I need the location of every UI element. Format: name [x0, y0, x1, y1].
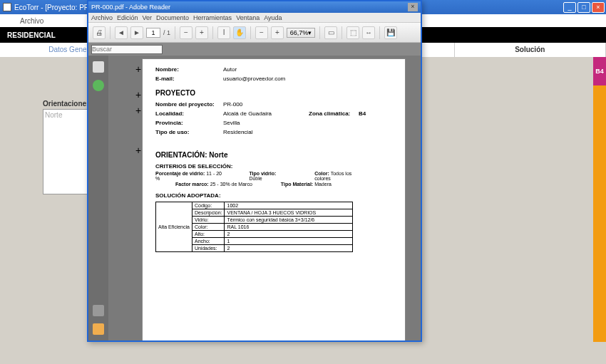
doc-proyecto-heading: PROYECTO	[155, 89, 392, 97]
doc-sol-heading: SOLUCIÓN ADOPTADA:	[155, 192, 392, 199]
page-total: / 1	[163, 29, 170, 36]
pdf-menu-edicion[interactable]: Edición	[117, 14, 138, 21]
sol-alto-key: Alto:	[192, 231, 225, 238]
crit-tipov-val: Doble	[249, 176, 262, 181]
pdf-page-viewport[interactable]: + Nombre:Autor E-mail:usuario@proveedor.…	[108, 56, 421, 340]
pdf-title-text: PR-000.pdf - Adobe Reader	[91, 4, 170, 11]
doc-email-key: E-mail:	[155, 76, 223, 82]
minimize-button[interactable]: _	[563, 2, 576, 13]
sol-codigo-key: Código:	[192, 202, 225, 209]
crit-porc-key: Porcentaje de vidrio:	[155, 171, 205, 176]
separator	[319, 26, 320, 39]
sol-alto-val: 2	[225, 231, 353, 238]
separator	[212, 26, 213, 39]
sol-codigo-val: 1002	[225, 202, 353, 209]
tab-solucion[interactable]: Solución	[455, 43, 607, 57]
zoom-out-icon[interactable]: −	[180, 26, 192, 39]
next-page-icon[interactable]: ►	[130, 26, 143, 39]
sol-desc-key: Descripción:	[192, 209, 225, 217]
doc-zona-key: Zona climática:	[309, 110, 359, 117]
sol-unid-val: 2	[225, 245, 353, 252]
pdf-menu-archivo[interactable]: Archivo	[91, 14, 113, 21]
side-badge-orange[interactable]	[593, 85, 606, 342]
crop-mark-icon: +	[135, 105, 141, 116]
pdf-sidebar	[88, 56, 108, 340]
pdf-find-bar	[88, 43, 421, 56]
side-badge-b4[interactable]: B4	[593, 57, 606, 85]
pdf-toolbar: 🖨 ◄ ► / 1 − + I ✋ − + 66,7%▾ ▭ ⬚ ↔ 💾	[88, 23, 421, 43]
doc-prov-val: Sevilla	[223, 120, 392, 126]
sol-category: Alta Eficiencia	[156, 202, 192, 252]
pdf-menu-ayuda[interactable]: Ayuda	[264, 14, 282, 21]
zoom-minus-icon[interactable]: −	[255, 26, 268, 39]
zoom-in-icon[interactable]: +	[195, 26, 208, 39]
pdf-page: + Nombre:Autor E-mail:usuario@proveedor.…	[142, 58, 406, 340]
doc-uso-key: Tipo de uso:	[155, 129, 223, 135]
doc-npro-key: Nombre del proyecto:	[155, 101, 223, 108]
doc-nombre-key: Nombre:	[155, 66, 223, 73]
pdf-menu-ventana[interactable]: Ventana	[236, 14, 260, 21]
crit-fm-key: Factor marco:	[175, 182, 209, 187]
sol-vidrio-val: Térmico con seguridad básica 3+3/12/6	[225, 217, 353, 224]
crit-fm-val: 25 - 30% de Marco	[210, 182, 252, 187]
doc-orient-heading: ORIENTACIÓN: Norte	[155, 151, 392, 159]
sol-color-val: RAL 1016	[225, 224, 353, 231]
doc-loc-key: Localidad:	[155, 110, 223, 117]
find-input[interactable]	[91, 45, 163, 54]
doc-loc-val: Alcalá de Guadaira	[223, 110, 309, 117]
sol-ancho-key: Ancho:	[192, 238, 225, 245]
section-residencial: RESIDENCIAL	[7, 31, 56, 39]
pdf-close-button[interactable]: ×	[408, 3, 418, 11]
prev-page-icon[interactable]: ◄	[115, 26, 128, 39]
crop-mark-icon: +	[135, 145, 141, 156]
maximize-button[interactable]: □	[577, 2, 590, 13]
pdf-titlebar[interactable]: PR-000.pdf - Adobe Reader ×	[88, 1, 421, 13]
pages-panel-icon[interactable]	[93, 61, 104, 73]
help-icon[interactable]	[93, 80, 104, 91]
separator	[379, 26, 380, 39]
doc-email-val: usuario@proveedor.com	[223, 76, 392, 82]
pdf-menubar: Archivo Edición Ver Documento Herramient…	[88, 13, 421, 23]
page-number-input[interactable]	[146, 28, 160, 38]
save-icon[interactable]: 💾	[384, 26, 397, 39]
pdf-menu-herramientas[interactable]: Herramientas	[193, 14, 232, 21]
doc-crit-heading: CRITERIOS DE SELECCIÓN:	[155, 163, 392, 170]
fit-width-icon[interactable]: ↔	[362, 26, 375, 39]
zoom-plus-icon[interactable]: +	[271, 26, 284, 39]
crit-tm-val: Madera	[314, 182, 332, 187]
separator	[110, 26, 111, 39]
attachments-icon[interactable]	[93, 305, 104, 316]
zoom-combo[interactable]: 66,7%▾	[287, 28, 315, 38]
close-button[interactable]: ×	[592, 2, 605, 13]
hand-icon[interactable]: ✋	[233, 26, 246, 39]
doc-nombre-val: Autor	[223, 66, 392, 73]
select-icon[interactable]: I	[217, 26, 230, 39]
separator	[175, 26, 175, 39]
crit-color-key: Color:	[314, 171, 329, 176]
pdf-viewer-window: PR-000.pdf - Adobe Reader × Archivo Edic…	[87, 0, 422, 342]
pdf-menu-documento[interactable]: Documento	[156, 14, 189, 21]
solution-table: Alta Eficiencia Código: 1002 Descripción…	[155, 202, 353, 252]
doc-npro-val: PR-000	[223, 101, 392, 108]
sol-vidrio-key: Vidrio:	[192, 217, 225, 224]
separator	[250, 26, 251, 39]
sol-desc-val: VENTANA / HOJA 3 HUECOS VIDRIOS	[225, 209, 353, 217]
sol-unid-key: Unidades:	[192, 245, 225, 252]
crop-mark-icon: +	[135, 63, 141, 75]
doc-prov-key: Provincia:	[155, 120, 223, 126]
camera-icon[interactable]: ▭	[324, 26, 337, 39]
doc-uso-val: Residencial	[223, 129, 392, 135]
sol-color-key: Color:	[192, 224, 225, 231]
print-icon[interactable]: 🖨	[93, 26, 106, 39]
crit-tm-key: Tipo Material:	[281, 182, 313, 187]
app-icon	[3, 3, 11, 11]
pdf-body: + Nombre:Autor E-mail:usuario@proveedor.…	[88, 56, 421, 340]
comments-icon[interactable]	[93, 323, 104, 335]
crop-mark-icon: +	[135, 89, 141, 100]
window-buttons: _ □ ×	[563, 2, 606, 13]
fit-page-icon[interactable]: ⬚	[346, 26, 359, 39]
pdf-menu-ver[interactable]: Ver	[143, 14, 153, 21]
sol-ancho-val: 1	[225, 238, 353, 245]
menu-archivo[interactable]: Archivo	[14, 16, 49, 26]
crit-tipov-key: Tipo vidrio:	[249, 171, 276, 176]
